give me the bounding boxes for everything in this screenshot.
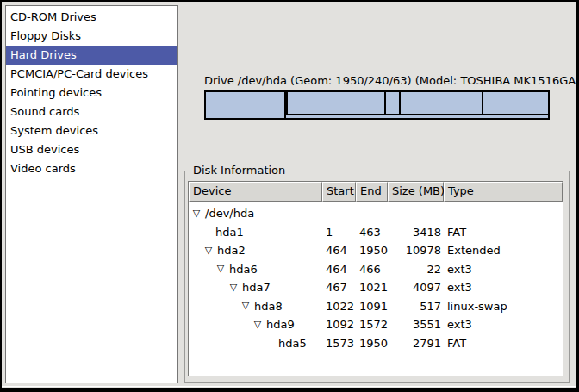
end-cell: 1950: [356, 244, 388, 257]
column-header-type[interactable]: Type: [444, 182, 563, 202]
table-row-hda2[interactable]: ▽ hda2 464 1950 10978 Extended: [189, 241, 563, 260]
size-cell: 3551: [388, 318, 444, 331]
device-name: hda5: [278, 337, 307, 350]
disk-information-groupbox: Disk Information Device Start End Size (…: [184, 171, 570, 383]
start-cell: 464: [322, 263, 356, 276]
size-cell: 2791: [388, 337, 444, 350]
extended-partition-box[interactable]: [286, 92, 548, 115]
type-cell: linux-swap: [444, 300, 563, 313]
device-name: hda6: [229, 263, 258, 276]
expander-icon[interactable]: ▽: [215, 264, 226, 274]
device-name: hda2: [217, 244, 246, 257]
expander-icon[interactable]: ▽: [203, 246, 214, 256]
table-row-hda9[interactable]: ▽ hda9 1092 1572 3551 ext3: [189, 315, 563, 334]
sidebar-item-cdrom-drives[interactable]: CD-ROM Drives: [6, 8, 177, 27]
type-cell: ext3: [444, 281, 563, 294]
disk-information-title: Disk Information: [190, 164, 289, 177]
start-cell: 1092: [322, 318, 356, 331]
device-category-list: CD-ROM Drives Floppy Disks Hard Drives P…: [5, 5, 178, 383]
table-header: Device Start End Size (MB) Type: [189, 182, 563, 202]
expander-icon[interactable]: ▽: [240, 301, 251, 311]
table-row-hda7[interactable]: ▽ hda7 467 1021 4097 ext3: [189, 278, 563, 297]
device-name: /dev/hda: [205, 207, 254, 220]
start-cell: 1573: [322, 337, 356, 350]
end-cell: 466: [356, 263, 388, 276]
pane-highlight-right: [570, 2, 570, 388]
column-header-start[interactable]: Start: [322, 182, 356, 202]
end-cell: 463: [356, 226, 388, 239]
expander-icon[interactable]: ▽: [252, 320, 263, 330]
table-row-hda8[interactable]: ▽ hda8 1022 1091 517 linux-swap: [189, 297, 563, 316]
end-cell: 1572: [356, 318, 388, 331]
sidebar-item-floppy-disks[interactable]: Floppy Disks: [6, 27, 177, 46]
end-cell: 1091: [356, 300, 388, 313]
size-cell: 22: [388, 263, 444, 276]
type-cell: Extended: [444, 244, 563, 257]
start-cell: 464: [322, 244, 356, 257]
partition-divider-hda7: [384, 92, 386, 114]
type-cell: FAT: [444, 226, 563, 239]
type-cell: ext3: [444, 263, 563, 276]
device-name: hda9: [266, 318, 295, 331]
partition-divider-hda8: [399, 92, 401, 114]
end-cell: 1950: [356, 337, 388, 350]
end-cell: 1021: [356, 281, 388, 294]
device-name: hda8: [254, 300, 283, 313]
table-body: ▽ /dev/hda hda1 1 463 3418 FAT: [189, 202, 563, 352]
start-cell: 1: [322, 226, 356, 239]
size-cell: 517: [388, 300, 444, 313]
pane-highlight-bottom: [2, 386, 576, 387]
sidebar-item-video-cards[interactable]: Video cards: [6, 159, 177, 178]
sidebar-item-system-devices[interactable]: System devices: [6, 121, 177, 140]
column-header-device[interactable]: Device: [189, 182, 322, 202]
partition-divider-hda9: [482, 92, 483, 114]
expander-icon[interactable]: ▽: [228, 283, 239, 293]
size-cell: 4097: [388, 281, 444, 294]
table-row-hda1[interactable]: hda1 1 463 3418 FAT: [189, 223, 563, 242]
type-cell: ext3: [444, 318, 563, 331]
table-row-hda6[interactable]: ▽ hda6 464 466 22 ext3: [189, 260, 563, 279]
partition-bar[interactable]: [204, 90, 550, 120]
column-header-end[interactable]: End: [356, 182, 388, 202]
hardware-browser-window: CD-ROM Drives Floppy Disks Hard Drives P…: [0, 0, 579, 392]
sidebar-item-hard-drives[interactable]: Hard Drives: [6, 46, 177, 65]
sidebar-item-pcmcia-devices[interactable]: PCMCIA/PC-Card devices: [6, 65, 177, 84]
device-name: hda1: [215, 226, 244, 239]
sidebar-item-usb-devices[interactable]: USB devices: [6, 140, 177, 159]
sidebar-item-sound-cards[interactable]: Sound cards: [6, 103, 177, 121]
size-cell: 3418: [388, 226, 444, 239]
disk-information-table: Device Start End Size (MB) Type ▽ /dev/h…: [188, 181, 563, 376]
table-row-dev-hda[interactable]: ▽ /dev/hda: [189, 204, 563, 223]
drive-title: Drive /dev/hda (Geom: 1950/240/63) (Mode…: [204, 74, 550, 87]
column-header-size[interactable]: Size (MB): [388, 182, 444, 202]
device-name: hda7: [242, 281, 271, 294]
type-cell: FAT: [444, 337, 563, 350]
sidebar-item-pointing-devices[interactable]: Pointing devices: [6, 84, 177, 103]
start-cell: 467: [322, 281, 356, 294]
table-row-hda5[interactable]: hda5 1573 1950 2791 FAT: [189, 334, 563, 353]
size-cell: 10978: [388, 244, 444, 257]
start-cell: 1022: [322, 300, 356, 313]
expander-icon[interactable]: ▽: [191, 208, 202, 219]
